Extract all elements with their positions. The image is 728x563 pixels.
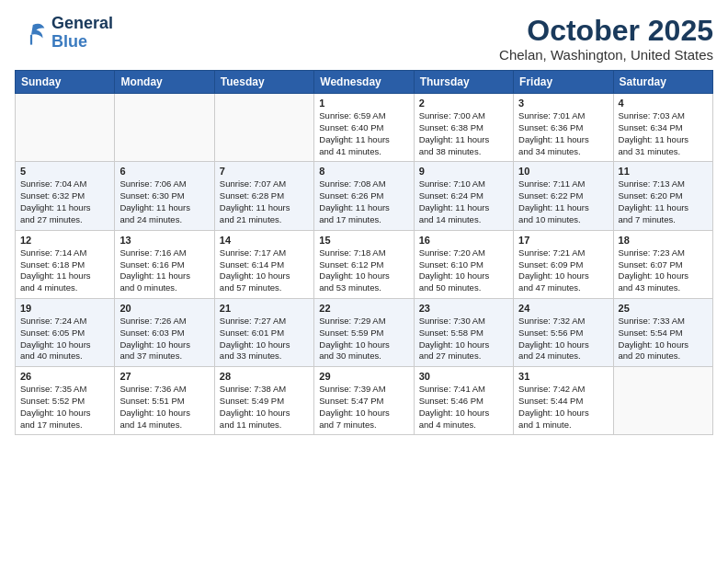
day-number: 19 (20, 303, 109, 314)
day-number: 2 (419, 98, 508, 109)
day-number: 17 (518, 235, 608, 246)
day-info: Sunrise: 7:29 AM Sunset: 5:59 PM Dayligh… (319, 316, 408, 362)
day-info: Sunrise: 7:41 AM Sunset: 5:46 PM Dayligh… (419, 384, 508, 431)
calendar-cell: 8Sunrise: 7:08 AM Sunset: 6:26 PM Daylig… (314, 162, 414, 230)
day-info: Sunrise: 7:30 AM Sunset: 5:58 PM Dayligh… (419, 316, 508, 362)
day-number: 23 (419, 303, 508, 314)
calendar-cell: 3Sunrise: 7:01 AM Sunset: 6:36 PM Daylig… (514, 94, 613, 162)
day-info: Sunrise: 7:38 AM Sunset: 5:49 PM Dayligh… (220, 384, 309, 431)
weekday-header: Sunday (16, 71, 115, 94)
calendar-cell: 16Sunrise: 7:20 AM Sunset: 6:10 PM Dayli… (414, 230, 513, 298)
day-number: 10 (518, 166, 608, 177)
calendar-week-row: 5Sunrise: 7:04 AM Sunset: 6:32 PM Daylig… (16, 162, 713, 230)
location: Chelan, Washington, United States (499, 47, 713, 63)
calendar-cell: 14Sunrise: 7:17 AM Sunset: 6:14 PM Dayli… (214, 230, 313, 298)
day-number: 18 (619, 235, 708, 246)
weekday-header: Friday (514, 71, 613, 94)
day-info: Sunrise: 7:08 AM Sunset: 6:26 PM Dayligh… (319, 178, 408, 225)
calendar-cell: 31Sunrise: 7:42 AM Sunset: 5:44 PM Dayli… (514, 367, 613, 435)
calendar-cell: 21Sunrise: 7:27 AM Sunset: 6:01 PM Dayli… (214, 298, 313, 366)
day-info: Sunrise: 7:10 AM Sunset: 6:24 PM Dayligh… (419, 178, 508, 225)
logo: General Blue (15, 15, 113, 52)
calendar-week-row: 19Sunrise: 7:24 AM Sunset: 6:05 PM Dayli… (16, 298, 713, 366)
day-info: Sunrise: 7:04 AM Sunset: 6:32 PM Dayligh… (20, 178, 109, 225)
day-number: 12 (20, 235, 109, 246)
day-info: Sunrise: 7:33 AM Sunset: 5:54 PM Dayligh… (619, 316, 708, 362)
calendar-cell: 29Sunrise: 7:39 AM Sunset: 5:47 PM Dayli… (314, 367, 414, 435)
page-header: General Blue October 2025 Chelan, Washin… (15, 15, 713, 63)
day-number: 11 (619, 166, 708, 177)
day-info: Sunrise: 7:39 AM Sunset: 5:47 PM Dayligh… (319, 384, 408, 431)
calendar-cell: 18Sunrise: 7:23 AM Sunset: 6:07 PM Dayli… (613, 230, 712, 298)
day-info: Sunrise: 7:03 AM Sunset: 6:34 PM Dayligh… (619, 110, 708, 157)
day-info: Sunrise: 7:18 AM Sunset: 6:12 PM Dayligh… (319, 247, 408, 294)
calendar-cell: 23Sunrise: 7:30 AM Sunset: 5:58 PM Dayli… (414, 298, 513, 366)
day-info: Sunrise: 7:11 AM Sunset: 6:22 PM Dayligh… (518, 178, 608, 225)
calendar-cell: 11Sunrise: 7:13 AM Sunset: 6:20 PM Dayli… (613, 162, 712, 230)
day-info: Sunrise: 7:20 AM Sunset: 6:10 PM Dayligh… (419, 247, 508, 294)
calendar-cell: 10Sunrise: 7:11 AM Sunset: 6:22 PM Dayli… (514, 162, 613, 230)
day-number: 21 (220, 303, 309, 314)
calendar-week-row: 26Sunrise: 7:35 AM Sunset: 5:52 PM Dayli… (16, 367, 713, 435)
day-number: 1 (319, 98, 408, 109)
weekday-header: Thursday (414, 71, 513, 94)
calendar-cell: 28Sunrise: 7:38 AM Sunset: 5:49 PM Dayli… (214, 367, 313, 435)
day-number: 5 (20, 166, 109, 177)
day-number: 3 (518, 98, 608, 109)
calendar-header-row: SundayMondayTuesdayWednesdayThursdayFrid… (16, 71, 713, 94)
day-number: 29 (319, 371, 408, 382)
calendar-cell: 19Sunrise: 7:24 AM Sunset: 6:05 PM Dayli… (16, 298, 115, 366)
day-number: 30 (419, 371, 508, 382)
day-info: Sunrise: 7:42 AM Sunset: 5:44 PM Dayligh… (518, 384, 608, 431)
day-number: 22 (319, 303, 408, 314)
calendar-cell: 13Sunrise: 7:16 AM Sunset: 6:16 PM Dayli… (115, 230, 214, 298)
day-info: Sunrise: 7:17 AM Sunset: 6:14 PM Dayligh… (220, 247, 309, 294)
calendar-cell: 22Sunrise: 7:29 AM Sunset: 5:59 PM Dayli… (314, 298, 414, 366)
day-number: 9 (419, 166, 508, 177)
month-title: October 2025 (499, 15, 713, 47)
calendar-cell: 9Sunrise: 7:10 AM Sunset: 6:24 PM Daylig… (414, 162, 513, 230)
calendar-cell: 17Sunrise: 7:21 AM Sunset: 6:09 PM Dayli… (514, 230, 613, 298)
day-info: Sunrise: 7:23 AM Sunset: 6:07 PM Dayligh… (619, 247, 708, 294)
day-number: 4 (619, 98, 708, 109)
logo-line2: Blue (51, 33, 113, 52)
day-info: Sunrise: 7:06 AM Sunset: 6:30 PM Dayligh… (119, 178, 209, 225)
logo-icon (15, 17, 48, 50)
day-info: Sunrise: 7:16 AM Sunset: 6:16 PM Dayligh… (119, 247, 209, 294)
day-number: 25 (619, 303, 708, 314)
day-number: 20 (119, 303, 209, 314)
calendar-cell: 27Sunrise: 7:36 AM Sunset: 5:51 PM Dayli… (115, 367, 214, 435)
day-info: Sunrise: 7:32 AM Sunset: 5:56 PM Dayligh… (518, 316, 608, 362)
calendar-cell: 5Sunrise: 7:04 AM Sunset: 6:32 PM Daylig… (16, 162, 115, 230)
day-number: 31 (518, 371, 608, 382)
day-number: 13 (119, 235, 209, 246)
day-number: 8 (319, 166, 408, 177)
day-number: 27 (119, 371, 209, 382)
day-info: Sunrise: 7:00 AM Sunset: 6:38 PM Dayligh… (419, 110, 508, 157)
day-number: 24 (518, 303, 608, 314)
calendar-cell: 20Sunrise: 7:26 AM Sunset: 6:03 PM Dayli… (115, 298, 214, 366)
day-info: Sunrise: 7:13 AM Sunset: 6:20 PM Dayligh… (619, 178, 708, 225)
calendar-cell: 26Sunrise: 7:35 AM Sunset: 5:52 PM Dayli… (16, 367, 115, 435)
logo-text: General Blue (51, 15, 113, 52)
day-number: 15 (319, 235, 408, 246)
calendar-cell: 12Sunrise: 7:14 AM Sunset: 6:18 PM Dayli… (16, 230, 115, 298)
day-number: 6 (119, 166, 209, 177)
calendar-cell: 6Sunrise: 7:06 AM Sunset: 6:30 PM Daylig… (115, 162, 214, 230)
day-info: Sunrise: 7:36 AM Sunset: 5:51 PM Dayligh… (119, 384, 209, 431)
day-number: 14 (220, 235, 309, 246)
day-number: 28 (220, 371, 309, 382)
weekday-header: Wednesday (314, 71, 414, 94)
calendar-cell: 30Sunrise: 7:41 AM Sunset: 5:46 PM Dayli… (414, 367, 513, 435)
title-block: October 2025 Chelan, Washington, United … (499, 15, 713, 63)
calendar-table: SundayMondayTuesdayWednesdayThursdayFrid… (15, 70, 713, 435)
weekday-header: Monday (115, 71, 214, 94)
day-info: Sunrise: 7:21 AM Sunset: 6:09 PM Dayligh… (518, 247, 608, 294)
calendar-cell (115, 94, 214, 162)
day-info: Sunrise: 7:35 AM Sunset: 5:52 PM Dayligh… (20, 384, 109, 431)
calendar-cell: 2Sunrise: 7:00 AM Sunset: 6:38 PM Daylig… (414, 94, 513, 162)
day-info: Sunrise: 7:01 AM Sunset: 6:36 PM Dayligh… (518, 110, 608, 157)
day-info: Sunrise: 7:14 AM Sunset: 6:18 PM Dayligh… (20, 247, 109, 294)
day-info: Sunrise: 7:27 AM Sunset: 6:01 PM Dayligh… (220, 316, 309, 362)
day-number: 16 (419, 235, 508, 246)
